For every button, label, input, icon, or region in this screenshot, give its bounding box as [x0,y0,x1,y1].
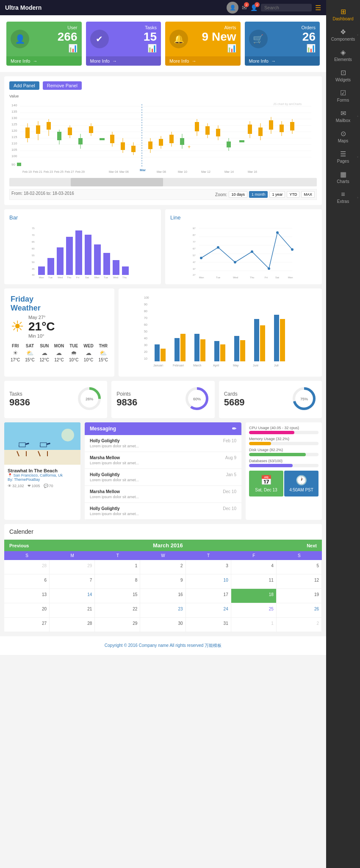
svg-text:Fri: Fri [265,276,268,279]
svg-text:37: 37 [193,268,196,270]
header: Ultra Modern 👤 ✉ 2 👤 2 ☰ [0,0,326,15]
list-item[interactable]: Marsha MellowAug 9Lorem ipsum dolor sit … [85,452,241,469]
chart-toolbar: Add Panel Remove Panel [9,81,317,90]
chevron-right-icon: › [357,33,358,37]
table-row[interactable]: 24 [186,603,231,618]
add-panel-button[interactable]: Add Panel [9,81,39,90]
time-box: 🕐 4:50AM PST [284,471,318,496]
sidebar-item-pages[interactable]: ☰ Pages › [326,147,360,167]
svg-rect-158 [220,344,225,361]
svg-rect-47 [169,135,174,143]
calendar-day-header: T [95,551,140,560]
stat-card-top-orders: 🛒 Orders 26 📊 [245,22,320,56]
svg-text:60%: 60% [193,397,201,401]
avatar[interactable]: 👤 [227,2,238,14]
sidebar-item-mailbox[interactable]: ✉ Mailbox › [326,106,360,126]
sidebar-item-widgets[interactable]: ⊡ Widgets [326,65,360,86]
svg-rect-153 [174,338,180,361]
search-input[interactable] [261,4,312,11]
weather-day-item: TUE🌧10°C [69,344,78,362]
messaging-card: Messaging ✏ Holly GolightlyFeb 10Lorem i… [85,422,241,520]
zoom-10days[interactable]: 10 days [229,191,247,198]
mail-badge: 2 [244,2,249,7]
user-icon[interactable]: 👤 2 [250,4,258,11]
svg-text:Mar 14: Mar 14 [224,170,234,173]
list-item[interactable]: Holly GolightlyDec 10Lorem ipsum dolor s… [85,503,241,520]
svg-rect-155 [194,334,199,361]
sidebar-item-forms[interactable]: ☑ Forms [326,86,360,106]
sys-stat-item: Databases (63/100) [249,459,318,467]
grouped-bar-box: 100 90 80 70 60 50 40 30 20 10 [119,288,322,377]
sidebar-item-components[interactable]: ❖ Components › [326,25,360,45]
svg-rect-156 [200,339,205,361]
calendar-title: Calender [4,524,322,540]
sidebar-item-charts[interactable]: ▦ Charts [326,167,360,187]
sidebar-item-extras[interactable]: ≡ Extras › [326,187,360,207]
zoom-1year[interactable]: 1 year [269,191,285,198]
svg-text:Fri: Fri [76,276,79,279]
svg-point-129 [234,261,236,263]
svg-text:90: 90 [11,163,15,166]
table-row[interactable]: 25 [231,603,277,618]
clock-icon: 🕐 [296,475,307,486]
next-month-button[interactable]: Next [307,543,317,548]
zoom-1month[interactable]: 1 month [249,191,268,198]
svg-text:Februari: Februari [173,364,184,367]
svg-rect-164 [280,319,285,361]
svg-text:115: 115 [11,135,17,139]
alerts-more-info[interactable]: More Info → [165,56,241,66]
two-col-charts: Bar 75 70 65 60 55 50 45 40 [4,209,322,284]
bar-chart-title: Bar [9,214,156,221]
stats-section: 👤 User 266 📊 More Info → ✔ Tasks 15 📊 [0,15,326,72]
alerts-stat-icon: 🔔 [169,30,188,48]
list-item[interactable]: Holly GolightlyJan 5Lorem ipsum dolor si… [85,469,241,486]
svg-text:50: 50 [144,330,147,333]
mail-icon[interactable]: ✉ 2 [242,4,247,11]
sidebar-item-dashboard[interactable]: ⊞ Dashboard [326,4,360,25]
pages-chevron-icon: › [357,155,358,159]
sidebar-item-elements[interactable]: ◈ Elements [326,45,360,65]
zoom-max[interactable]: MAX [301,191,315,198]
messaging-edit-icon[interactable]: ✏ [232,426,236,432]
svg-text:Feb 27: Feb 27 [65,170,74,173]
temp-info: May 27° 21°C Min 10° [28,315,55,338]
temp-max: May 27° [28,315,55,320]
sidebar-item-maps[interactable]: ⊙ Maps [326,126,360,147]
svg-text:40: 40 [144,337,147,340]
svg-text:57: 57 [193,254,196,257]
orders-stat-icon: 🛒 [249,30,268,48]
remove-panel-button[interactable]: Remove Panel [43,81,82,90]
date-text: Sat, Dec 13 [255,488,277,492]
calendar-section: Calender Previous March 2016 Next SMTWTF… [4,524,322,632]
hamburger-icon[interactable]: ☰ [315,4,321,12]
table-row: 12 [277,574,322,589]
table-row[interactable]: 10 [186,574,231,589]
tasks-more-info[interactable]: More Info → [86,56,161,66]
line-chart-title: Line [170,214,317,221]
orders-more-info[interactable]: More Info → [245,56,320,66]
calendar-day-header: S [4,551,50,560]
svg-rect-154 [180,334,186,361]
components-icon: ❖ [328,28,358,36]
weather-day-item: SUN☁12°C [40,344,49,362]
svg-point-133 [291,248,294,251]
maps-icon: ⊙ [328,130,358,138]
list-item[interactable]: Holly GolightlyFeb 10Lorem ipsum dolor s… [85,435,241,452]
svg-rect-39 [131,146,136,152]
chart-scroll-area[interactable] [9,178,317,186]
table-row[interactable]: 23 [140,603,186,618]
user-more-info[interactable]: More Info → [6,56,82,66]
bar-chart-svg: 75 70 65 60 55 50 45 40 [9,224,156,279]
metric-tasks-value: 9836 [9,397,30,408]
zoom-ytd[interactable]: YTD [287,191,299,198]
list-item[interactable]: Marsha MellowDec 10Lorem ipsum dolor sit… [85,486,241,503]
prev-month-button[interactable]: Previous [9,543,29,548]
svg-rect-54 [205,126,210,135]
metric-points-label: Points [116,391,137,397]
table-row[interactable]: 26 [277,603,322,618]
messages-list: Holly GolightlyFeb 10Lorem ipsum dolor s… [85,435,241,520]
photo-views: 👁 32,102 [8,484,24,488]
table-row[interactable]: 14 [50,589,95,603]
metric-card-cards: Cards 5689 75% [219,381,322,418]
pages-icon: ☰ [328,150,358,158]
